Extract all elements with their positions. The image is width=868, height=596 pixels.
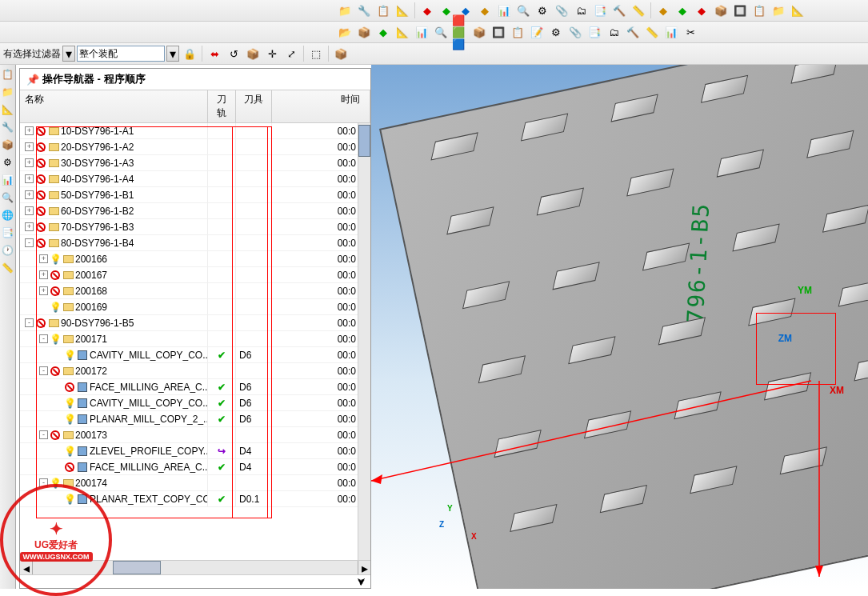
tree-row[interactable]: -80-DSY796-1-B400:0: [20, 235, 370, 251]
tool-icon[interactable]: 🔲: [490, 23, 507, 41]
col-name[interactable]: 名称: [20, 90, 208, 122]
expand-toggle[interactable]: +: [39, 286, 48, 295]
expand-toggle[interactable]: -: [39, 334, 48, 343]
tree-row[interactable]: +60-DSY796-1-B200:0: [20, 203, 370, 219]
lt-icon[interactable]: 📦: [2, 138, 14, 151]
tool-icon[interactable]: 📋: [750, 2, 768, 19]
tool-icon[interactable]: ⚙: [547, 23, 565, 41]
expand-toggle[interactable]: +: [39, 270, 48, 279]
tool-icon[interactable]: 📦: [712, 2, 730, 19]
tool-icon[interactable]: ⬌: [206, 45, 223, 62]
col-time[interactable]: 时间: [272, 90, 370, 122]
tree-row[interactable]: -90-DSY796-1-B500:0: [20, 315, 370, 331]
tool-icon[interactable]: 🔲: [731, 2, 749, 19]
tool-icon[interactable]: ⚙: [534, 2, 551, 19]
expand-toggle[interactable]: +: [25, 158, 34, 167]
tool-icon[interactable]: 📐: [394, 2, 411, 19]
expand-toggle[interactable]: +: [25, 222, 34, 231]
open-icon[interactable]: 📂: [336, 23, 354, 41]
lt-icon[interactable]: 🕐: [2, 244, 14, 257]
tree-row[interactable]: +30-DSY796-1-A300:0: [20, 155, 370, 171]
tool-icon[interactable]: 📎: [553, 2, 570, 19]
tool-icon[interactable]: ✂: [682, 23, 699, 41]
tool-icon[interactable]: 📐: [394, 23, 411, 41]
expand-toggle[interactable]: -: [39, 430, 48, 439]
expand-toggle[interactable]: +: [25, 142, 34, 151]
col-tool[interactable]: 刀具: [236, 90, 272, 122]
tree-row[interactable]: 💡CAVITY_MILL_COPY_CO...✔D600:0: [20, 347, 370, 363]
pin-icon[interactable]: 📌: [26, 74, 39, 86]
tool-icon[interactable]: ✛: [263, 45, 281, 62]
tree-row[interactable]: 💡ZLEVEL_PROFILE_COPY...↪D400:0: [20, 443, 370, 459]
tool-icon[interactable]: 🔍: [432, 23, 450, 41]
expand-toggle[interactable]: +: [25, 174, 34, 183]
tool-icon[interactable]: 📦: [470, 23, 488, 41]
tree-row[interactable]: +50-DSY796-1-B100:0: [20, 187, 370, 203]
expand-toggle[interactable]: -: [25, 318, 34, 327]
col-path[interactable]: 刀轨: [208, 90, 236, 122]
tool-icon[interactable]: 📏: [630, 2, 647, 19]
tree-row[interactable]: FACE_MILLING_AREA_C...✔D600:0: [20, 379, 370, 395]
tool-icon[interactable]: ⤢: [282, 45, 300, 62]
assembly-select[interactable]: [77, 46, 165, 62]
tool-icon[interactable]: ◆: [674, 2, 691, 19]
3d-viewport[interactable]: 796-1-B5 XM YM ZM X Y Z: [371, 65, 868, 589]
lt-icon[interactable]: 📊: [2, 174, 14, 186]
tree-row[interactable]: +40-DSY796-1-A400:0: [20, 171, 370, 187]
tree-row[interactable]: +20016800:0: [20, 283, 370, 299]
lt-icon[interactable]: 📐: [2, 103, 14, 116]
tool-icon[interactable]: 📋: [509, 23, 526, 41]
tool-icon[interactable]: ⬚: [307, 45, 325, 62]
tool-icon[interactable]: 🔧: [355, 2, 373, 19]
tree-row[interactable]: 💡CAVITY_MILL_COPY_CO...✔D600:0: [20, 395, 370, 411]
expand-toggle[interactable]: +: [25, 206, 34, 215]
tool-icon[interactable]: 🔒: [181, 45, 198, 62]
expand-toggle[interactable]: -: [39, 366, 48, 375]
tool-icon[interactable]: 🟥🟩🟦: [451, 23, 469, 41]
lt-icon[interactable]: 📏: [2, 262, 14, 274]
tool-icon[interactable]: 📑: [591, 2, 609, 19]
tool-icon[interactable]: 🔨: [610, 2, 628, 19]
lt-icon[interactable]: 📁: [2, 86, 14, 98]
tool-icon[interactable]: 🔨: [624, 23, 642, 41]
tool-icon[interactable]: ↺: [225, 45, 242, 62]
expand-toggle[interactable]: +: [25, 190, 34, 199]
tree-row[interactable]: 💡PLANAR_MILL_COPY_2_...✔D600:0: [20, 411, 370, 427]
lt-icon[interactable]: 🔧: [2, 121, 14, 134]
lt-icon[interactable]: ⚙: [2, 156, 14, 169]
tree-row[interactable]: +10-DSY796-1-A100:0: [20, 123, 370, 139]
tool-icon[interactable]: 🔍: [514, 2, 532, 19]
tool-icon[interactable]: 🗂: [605, 23, 622, 41]
tool-icon[interactable]: 📦: [332, 45, 350, 62]
tree-row[interactable]: FACE_MILLING_AREA_C...✔D400:0: [20, 459, 370, 475]
expand-toggle[interactable]: +: [25, 126, 34, 135]
tool-icon[interactable]: 📊: [495, 2, 513, 19]
tool-icon[interactable]: 📊: [662, 23, 680, 41]
lt-icon[interactable]: 🌐: [2, 209, 14, 222]
tool-icon[interactable]: 📁: [336, 2, 354, 19]
tool-icon[interactable]: 📁: [770, 2, 787, 19]
lt-icon[interactable]: 📑: [2, 226, 14, 239]
tool-icon[interactable]: 📐: [789, 2, 806, 19]
dropdown-icon[interactable]: ▾: [166, 46, 179, 62]
lt-icon[interactable]: 📋: [2, 68, 14, 81]
tree-row[interactable]: +💡20016600:0: [20, 251, 370, 267]
tree-row[interactable]: -20017200:0: [20, 363, 370, 379]
dropdown-icon[interactable]: ▾: [62, 46, 75, 62]
tool-icon[interactable]: ◆: [654, 2, 672, 19]
tool-icon[interactable]: 📏: [643, 23, 661, 41]
tree-row[interactable]: +20-DSY796-1-A200:0: [20, 139, 370, 155]
tree-scrollbar[interactable]: [358, 123, 370, 560]
tree-row[interactable]: -💡20017100:0: [20, 331, 370, 347]
expand-toggle[interactable]: +: [39, 254, 48, 263]
tree-row[interactable]: +70-DSY796-1-B300:0: [20, 219, 370, 235]
tree-row[interactable]: +20016700:0: [20, 267, 370, 283]
tool-icon[interactable]: 📦: [355, 23, 373, 41]
tool-icon[interactable]: ◆: [693, 2, 710, 19]
tool-icon[interactable]: ◆: [476, 2, 494, 19]
tool-icon[interactable]: 📦: [244, 45, 262, 62]
lt-icon[interactable]: 🔍: [2, 191, 14, 204]
collapse-icon[interactable]: ⮟: [357, 577, 366, 586]
tool-icon[interactable]: 📋: [374, 2, 392, 19]
tool-icon[interactable]: 📎: [566, 23, 584, 41]
